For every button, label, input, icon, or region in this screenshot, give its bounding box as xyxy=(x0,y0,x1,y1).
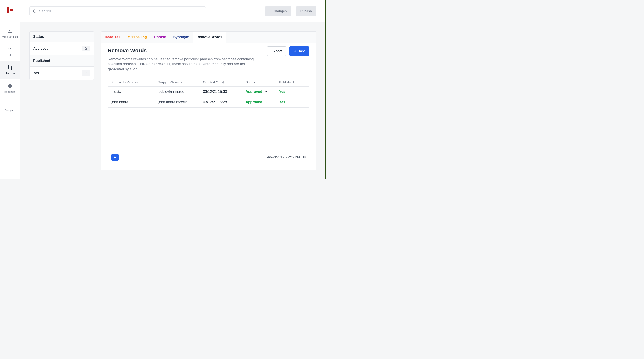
sidebar-item-rewrite[interactable]: Rewrite xyxy=(0,61,20,79)
svg-rect-2 xyxy=(7,10,10,12)
status-header: Status xyxy=(30,32,94,42)
search-input[interactable] xyxy=(39,9,202,14)
cell-created: 03/12/21 15:28 xyxy=(203,100,246,104)
status-label: Approved xyxy=(33,46,48,50)
cell-published: Yes xyxy=(279,100,306,104)
cell-trigger: john deere mower … xyxy=(158,100,203,104)
cell-published: Yes xyxy=(279,90,306,94)
filter-panel: Status Approved 2 Published Yes 2 xyxy=(29,31,94,80)
changes-button[interactable]: 0 Changes xyxy=(265,6,291,16)
logo xyxy=(7,6,14,13)
add-fab[interactable] xyxy=(111,154,118,161)
cell-phrase: music xyxy=(111,90,158,94)
svg-point-18 xyxy=(33,10,36,12)
cell-status[interactable]: Approved xyxy=(246,100,279,104)
cell-status[interactable]: Approved xyxy=(246,90,279,94)
col-phrase[interactable]: Phrase to Remove xyxy=(111,80,158,84)
sidebar-item-label: Merchandiser xyxy=(2,35,18,38)
svg-rect-1 xyxy=(10,10,13,11)
published-header: Published xyxy=(33,59,50,63)
crop-icon xyxy=(8,65,13,70)
sidebar-item-templates[interactable]: Templates xyxy=(0,79,20,98)
cell-phrase: john deere xyxy=(111,100,158,104)
col-published[interactable]: Published xyxy=(279,80,306,84)
plus-icon xyxy=(293,49,297,53)
list-icon xyxy=(8,46,13,52)
cell-created: 03/12/21 15:30 xyxy=(203,90,246,94)
tabs: Head/Tail Misspelling Phrase Synonym Rem… xyxy=(101,32,316,43)
export-button[interactable]: Export xyxy=(267,46,286,56)
svg-marker-23 xyxy=(265,91,267,92)
search-box[interactable] xyxy=(29,6,206,16)
col-trigger[interactable]: Trigger Phrases xyxy=(158,80,203,84)
tab-remove-words[interactable]: Remove Words xyxy=(193,32,226,43)
rewrite-table: Phrase to Remove Trigger Phrases Created… xyxy=(108,78,310,108)
chart-icon xyxy=(8,102,13,107)
plus-icon xyxy=(113,155,117,160)
svg-rect-11 xyxy=(10,84,12,86)
published-row[interactable]: Yes 2 xyxy=(30,66,94,80)
sidebar-item-analytics[interactable]: Analytics xyxy=(0,98,20,116)
svg-rect-0 xyxy=(7,7,10,9)
sidebar-item-label: Rules xyxy=(7,54,14,57)
col-created[interactable]: Created On xyxy=(203,80,246,84)
page-title: Remove Words xyxy=(108,48,255,54)
svg-rect-10 xyxy=(8,84,10,86)
sidebar-item-label: Rewrite xyxy=(6,72,15,75)
sidebar-item-rules[interactable]: Rules xyxy=(0,42,20,61)
svg-rect-12 xyxy=(8,86,10,88)
chevron-down-icon xyxy=(264,100,268,104)
publish-button[interactable]: Publish xyxy=(296,6,316,16)
svg-line-19 xyxy=(36,12,37,13)
status-row[interactable]: Approved 2 xyxy=(30,42,94,55)
add-button[interactable]: Add xyxy=(289,46,310,56)
grid-icon xyxy=(8,83,13,88)
svg-marker-24 xyxy=(265,102,267,102)
main-panel: Head/Tail Misspelling Phrase Synonym Rem… xyxy=(101,31,316,170)
sort-down-icon xyxy=(222,81,225,84)
add-label: Add xyxy=(298,49,306,53)
sidebar-item-merchandiser[interactable]: Merchandiser xyxy=(0,24,20,42)
cell-trigger: bob dylan music xyxy=(158,90,203,94)
chevron-down-icon xyxy=(264,90,268,93)
sidebar-item-label: Templates xyxy=(4,90,16,94)
table-row[interactable]: music bob dylan music 03/12/21 15:30 App… xyxy=(108,86,310,97)
status-count: 2 xyxy=(82,46,90,52)
published-label: Yes xyxy=(33,71,39,75)
page-description: Remove Words rewrites can be used to rem… xyxy=(108,57,255,72)
tab-misspelling[interactable]: Misspelling xyxy=(124,32,150,43)
sidebar: Merchandiser Rules Rewrite xyxy=(0,0,20,179)
tab-head-tail[interactable]: Head/Tail xyxy=(101,32,124,43)
tab-synonym[interactable]: Synonym xyxy=(170,32,193,43)
results-text: Showing 1 - 2 of 2 results xyxy=(266,155,306,160)
tab-phrase[interactable]: Phrase xyxy=(150,32,170,43)
col-status[interactable]: Status xyxy=(246,80,279,84)
published-count: 2 xyxy=(82,70,90,76)
svg-rect-13 xyxy=(10,86,12,88)
sidebar-item-label: Analytics xyxy=(5,109,16,112)
search-icon xyxy=(33,9,37,14)
store-icon xyxy=(8,28,13,34)
table-row[interactable]: john deere john deere mower … 03/12/21 1… xyxy=(108,97,310,108)
header: 0 Changes Publish xyxy=(20,0,325,22)
